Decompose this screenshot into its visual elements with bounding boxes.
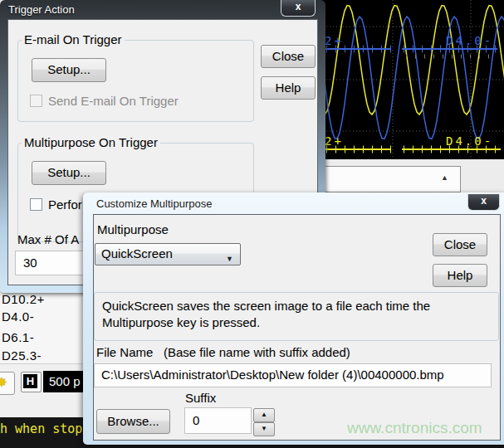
email-setup-button[interactable]: Setup...	[32, 58, 106, 82]
screen: { "icons": { "close": "x", "dropdown_arr…	[0, 0, 504, 448]
arrow-down-icon: ▼	[261, 425, 267, 432]
multipurpose-group-label: Multipurpose On Trigger	[22, 135, 160, 149]
waveform-graticule: 2+ D4.0- 2+ D4.0-	[320, 0, 504, 159]
chevron-down-icon: ▼	[226, 250, 233, 269]
suffix-field[interactable]: 0	[184, 407, 252, 434]
sun-icon: ✸	[0, 375, 7, 389]
close-icon: x	[296, 1, 301, 12]
window-title: Trigger Action	[8, 3, 75, 16]
bus2-left-label: 2+	[325, 134, 344, 148]
window-title: Customize Multipurpose	[96, 197, 212, 210]
description-box: QuickScreen saves the screen image to a …	[94, 292, 499, 341]
horizontal-button[interactable]: H	[21, 372, 42, 392]
send-email-checkrow: Send E-mail On Trigger	[30, 94, 179, 108]
close-window-button[interactable]: x	[281, 0, 316, 17]
scope-listbox[interactable]: ▲	[321, 166, 461, 192]
watermark: www.cntronics.com	[347, 419, 497, 437]
channel-label[interactable]: D4.0-	[2, 309, 34, 324]
perform-checkrow: Perfor	[30, 197, 82, 212]
help-button[interactable]: Help	[433, 264, 487, 287]
close-button[interactable]: Close	[261, 45, 316, 68]
send-email-checkbox[interactable]	[30, 95, 42, 107]
suffix-increment-button[interactable]: ▲	[253, 408, 275, 422]
description-line2: Multipurpose key is pressed.	[102, 314, 498, 331]
suffix-decrement-button[interactable]: ▼	[253, 422, 275, 436]
arrow-up-icon: ▲	[261, 411, 267, 418]
help-button[interactable]: Help	[261, 76, 316, 100]
scroll-up-icon[interactable]: ▲	[441, 173, 448, 182]
horizontal-icon: H	[23, 374, 37, 388]
dropdown-value: QuickScreen	[101, 246, 173, 261]
channel-label[interactable]: D6.1-	[2, 330, 34, 344]
bus1-left-label: 2+	[325, 34, 344, 47]
channel-label[interactable]: D25.3-	[2, 348, 42, 363]
oscilloscope-display: 2+ D4.0- 2+ D4.0-	[320, 0, 504, 159]
close-window-button[interactable]: x	[467, 194, 500, 211]
close-button[interactable]: Close	[433, 233, 487, 256]
file-name-hint: (Base file name with suffix added)	[164, 345, 350, 359]
send-email-label: Send E-mail On Trigger	[48, 94, 179, 108]
file-path-field[interactable]: C:\Users\Administrator\Desktop\New folde…	[94, 363, 492, 387]
scope-toolbar: ✸ H 500 p	[0, 364, 83, 417]
multipurpose-label: Multipurpose	[97, 222, 169, 236]
file-name-label: File Name	[96, 345, 153, 359]
browse-button[interactable]: Browse...	[96, 409, 170, 434]
max-actions-label: Max # Of A	[17, 232, 79, 246]
bus1-right-label: D4.0-	[446, 34, 493, 47]
perform-label: Perfor	[48, 197, 82, 212]
multipurpose-setup-button[interactable]: Setup...	[32, 161, 106, 185]
brightness-button[interactable]: ✸	[0, 372, 15, 395]
email-group-label: E-mail On Trigger	[22, 32, 125, 46]
bus2-right-label: D4.0-	[446, 134, 493, 148]
close-icon: x	[481, 195, 487, 207]
description-line1: QuickScreen saves the screen image to a …	[102, 298, 498, 314]
digital-channel-list: D10.2+ D4.0- D6.1- D25.3-	[0, 289, 83, 364]
multipurpose-dropdown[interactable]: QuickScreen ▼	[95, 243, 241, 265]
suffix-label: Suffix	[185, 391, 216, 405]
perform-checkbox[interactable]	[30, 198, 42, 211]
channel-label[interactable]: D10.2+	[2, 292, 45, 306]
status-text: h when stop	[0, 421, 82, 436]
